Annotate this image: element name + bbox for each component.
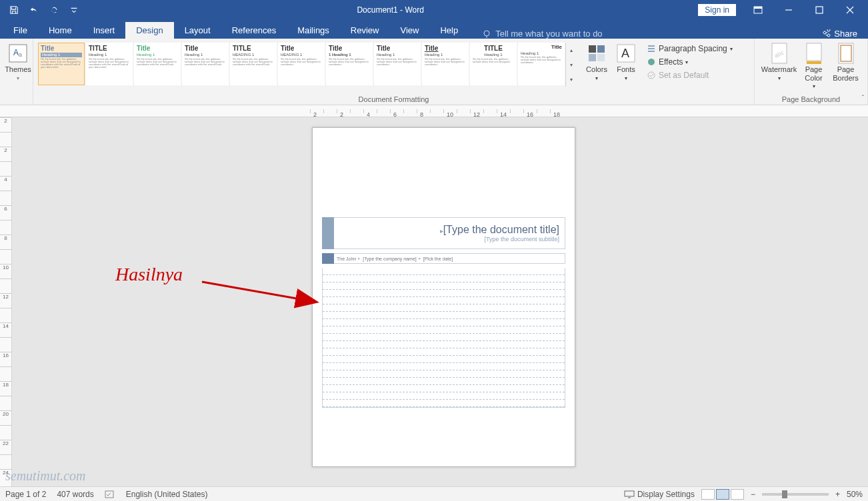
style-set-thumb[interactable]: TITLEHeading 1On the Insert tab, the gal…	[86, 43, 133, 85]
svg-point-15	[648, 59, 655, 65]
page-borders-button[interactable]: Page Borders	[830, 41, 862, 82]
web-layout-button[interactable]	[731, 489, 744, 500]
tell-me-search[interactable]: Tell me what you want to do	[482, 29, 602, 39]
window-title: Document1 - Word	[83, 5, 698, 15]
maximize-button[interactable]	[804, 0, 835, 20]
ribbon-tab-strip: File Home Insert Design Layout Reference…	[0, 20, 868, 39]
style-set-thumb[interactable]: TITLEHeading 1On the Insert tab, the gal…	[470, 43, 517, 85]
redo-button[interactable]	[45, 2, 63, 18]
effects-icon	[647, 57, 656, 67]
svg-rect-11	[589, 54, 596, 61]
svg-rect-1	[754, 7, 762, 9]
zoom-in-button[interactable]: +	[835, 490, 840, 499]
themes-label: Themes	[5, 65, 31, 74]
zoom-level[interactable]: 50%	[847, 490, 863, 499]
word-count[interactable]: 407 words	[57, 490, 93, 499]
watermark-button[interactable]: abc Watermark▾	[761, 41, 798, 81]
close-button[interactable]	[835, 0, 865, 20]
gallery-more-icon[interactable]: ▾	[566, 77, 576, 83]
cover-meta-row[interactable]: The John ▸ [Type the company name] ▸ [Pi…	[322, 253, 565, 264]
document-page[interactable]: ▸[Type the document title] [Type the doc…	[312, 127, 575, 467]
date-placeholder[interactable]: [Pick the date]	[423, 256, 453, 261]
tab-mailings[interactable]: Mailings	[287, 22, 340, 39]
vertical-ruler[interactable]: 224681012141618202224	[0, 117, 12, 486]
tab-home[interactable]: Home	[38, 22, 83, 39]
tab-insert[interactable]: Insert	[83, 22, 126, 39]
display-settings-button[interactable]: Display Settings	[624, 490, 695, 499]
style-set-thumb[interactable]: TitleHeading 1On the Insert tab, the gal…	[422, 43, 469, 85]
page-borders-icon	[835, 43, 857, 64]
undo-button[interactable]	[25, 2, 43, 18]
set-as-default-button[interactable]: Set as Default	[644, 69, 735, 81]
paragraph-spacing-button[interactable]: Paragraph Spacing▾	[644, 43, 735, 55]
fonts-button[interactable]: A Fonts▾	[612, 41, 640, 83]
page-color-label: Page Color	[801, 65, 827, 82]
svg-rect-3	[816, 7, 823, 13]
svg-rect-9	[589, 45, 596, 53]
save-button[interactable]	[5, 2, 23, 18]
qat-customize-button[interactable]	[65, 2, 83, 18]
style-set-thumb[interactable]: TITLEHEADING 1On the Insert tab, the gal…	[230, 43, 277, 85]
svg-text:A: A	[13, 48, 19, 57]
style-set-thumb[interactable]: TitleHeading 1On the Insert tab, the gal…	[134, 43, 181, 85]
gallery-up-icon[interactable]: ▴	[566, 47, 576, 53]
tab-references[interactable]: References	[221, 22, 287, 39]
colors-button[interactable]: Colors▾	[583, 41, 611, 83]
dropdown-caret-icon: ▾	[17, 75, 19, 81]
ribbon: Aa Themes ▾ TitleHeading 1On the Insert …	[0, 39, 868, 105]
language-indicator[interactable]: English (United States)	[126, 490, 208, 499]
gallery-scroll[interactable]: ▴▾▾	[565, 43, 576, 87]
horizontal-ruler[interactable]: 224681012141618	[0, 105, 868, 117]
sign-in-button[interactable]: Sign in	[698, 4, 736, 16]
document-formatting-gallery[interactable]: TitleHeading 1On the Insert tab, the gal…	[37, 41, 576, 88]
style-set-thumb[interactable]: TitleHeading 1On the Insert tab, the gal…	[38, 43, 85, 85]
svg-point-16	[648, 72, 655, 79]
annotation-label: Hasilnya	[115, 264, 183, 285]
spellcheck-icon[interactable]	[105, 490, 115, 499]
style-set-thumb[interactable]: Title1 Heading 1On the Insert tab, the g…	[326, 43, 373, 85]
page-indicator[interactable]: Page 1 of 2	[5, 490, 46, 499]
minimize-button[interactable]	[773, 0, 804, 20]
read-mode-button[interactable]	[701, 489, 715, 500]
page-color-button[interactable]: Page Color▾	[799, 41, 829, 89]
effects-button[interactable]: Effects▾	[644, 56, 735, 68]
tab-design[interactable]: Design	[125, 22, 173, 39]
page-borders-label: Page Borders	[831, 65, 861, 82]
print-layout-button[interactable]	[716, 489, 729, 500]
tab-layout[interactable]: Layout	[174, 22, 221, 39]
group-label-document-formatting: Document Formatting	[37, 94, 750, 103]
cover-accent-bar	[322, 217, 334, 249]
source-watermark: semutimut.com	[5, 468, 86, 484]
style-set-thumb[interactable]: TitleHeading 1On the Insert tab, the gal…	[518, 43, 565, 85]
themes-icon: Aa	[7, 43, 29, 64]
colors-icon	[586, 43, 607, 64]
style-set-thumb[interactable]: TitleHeading 1On the Insert tab, the gal…	[182, 43, 229, 85]
svg-rect-20	[807, 61, 821, 64]
tab-help[interactable]: Help	[429, 22, 469, 39]
document-subtitle-placeholder[interactable]: [Type the document subtitle]	[484, 236, 559, 243]
tab-view[interactable]: View	[389, 22, 429, 39]
style-set-thumb[interactable]: TitleHEADING 1On the Insert tab, the gal…	[278, 43, 325, 85]
collapse-ribbon-button[interactable]: ˆ	[862, 95, 864, 102]
company-placeholder[interactable]: [Type the company name]	[363, 256, 417, 261]
svg-point-4	[484, 31, 489, 36]
ribbon-display-options-button[interactable]	[743, 0, 773, 20]
display-icon	[624, 490, 635, 498]
tab-review[interactable]: Review	[340, 22, 390, 39]
tab-file[interactable]: File	[3, 22, 38, 39]
share-button[interactable]: Share	[822, 29, 868, 39]
style-set-thumb[interactable]: TitleHeading 1On the Insert tab, the gal…	[374, 43, 421, 85]
body-lines[interactable]	[322, 268, 565, 408]
group-label-page-background: Page Background	[759, 94, 863, 103]
gallery-down-icon[interactable]: ▾	[566, 62, 576, 68]
document-title-placeholder[interactable]: ▸[Type the document title]	[440, 224, 559, 236]
share-icon	[822, 29, 831, 39]
themes-button[interactable]: Aa Themes ▾	[4, 41, 32, 81]
document-area[interactable]: ▸[Type the document title] [Type the doc…	[12, 117, 868, 486]
zoom-slider[interactable]	[762, 493, 829, 496]
cover-title-block[interactable]: ▸[Type the document title] [Type the doc…	[322, 217, 565, 249]
zoom-out-button[interactable]: −	[751, 490, 755, 499]
lightbulb-icon	[482, 29, 491, 39]
svg-rect-12	[597, 54, 605, 61]
author-field[interactable]: The John	[337, 256, 356, 261]
